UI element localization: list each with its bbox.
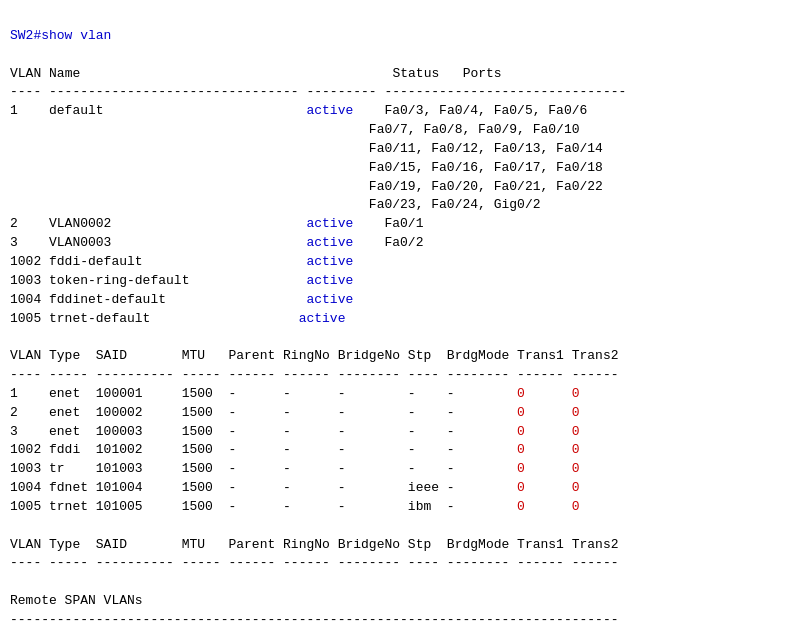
- vlan1004-row: 1004 fddinet-default active: [10, 292, 384, 307]
- vlan1003-row: 1003 token-ring-default active: [10, 273, 384, 288]
- header1: VLAN Name Status Ports: [10, 66, 502, 81]
- vlan1-ports3: Fa0/11, Fa0/12, Fa0/13, Fa0/14: [10, 141, 603, 156]
- s2-row1: 1 enet 100001 1500 - - - - - 0 0: [10, 386, 580, 401]
- header3: VLAN Type SAID MTU Parent RingNo BridgeN…: [10, 537, 619, 552]
- vlan1-ports4: Fa0/15, Fa0/16, Fa0/17, Fa0/18: [10, 160, 603, 175]
- divider1: ---- -------------------------------- --…: [10, 84, 626, 99]
- vlan1-ports2: Fa0/7, Fa0/8, Fa0/9, Fa0/10: [10, 122, 580, 137]
- header2: VLAN Type SAID MTU Parent RingNo BridgeN…: [10, 348, 619, 363]
- terminal-output: SW2#show vlan VLAN Name Status Ports ---…: [10, 8, 794, 627]
- s2-row1004: 1004 fdnet 101004 1500 - - - ieee - 0 0: [10, 480, 580, 495]
- vlan2-row: 2 VLAN0002 active Fa0/1: [10, 216, 423, 231]
- vlan1005-row: 1005 trnet-default active: [10, 311, 377, 326]
- prompt-line: SW2#show vlan: [10, 28, 111, 43]
- vlan1002-row: 1002 fddi-default active: [10, 254, 384, 269]
- remote-span-label: Remote SPAN VLANs: [10, 593, 143, 608]
- s2-row1005: 1005 trnet 101005 1500 - - - ibm - 0 0: [10, 499, 580, 514]
- divider2: ---- ----- ---------- ----- ------ -----…: [10, 367, 619, 382]
- s2-row1002: 1002 fddi 101002 1500 - - - - - 0 0: [10, 442, 580, 457]
- vlan1-row: 1 default active Fa0/3, Fa0/4, Fa0/5, Fa…: [10, 103, 587, 118]
- vlan1-ports5: Fa0/19, Fa0/20, Fa0/21, Fa0/22: [10, 179, 603, 194]
- s2-row3: 3 enet 100003 1500 - - - - - 0 0: [10, 424, 580, 439]
- s2-row2: 2 enet 100002 1500 - - - - - 0 0: [10, 405, 580, 420]
- divider4: ----------------------------------------…: [10, 612, 619, 627]
- s2-row1003: 1003 tr 101003 1500 - - - - - 0 0: [10, 461, 580, 476]
- vlan1-ports6: Fa0/23, Fa0/24, Gig0/2: [10, 197, 541, 212]
- divider3: ---- ----- ---------- ----- ------ -----…: [10, 555, 619, 570]
- vlan3-row: 3 VLAN0003 active Fa0/2: [10, 235, 423, 250]
